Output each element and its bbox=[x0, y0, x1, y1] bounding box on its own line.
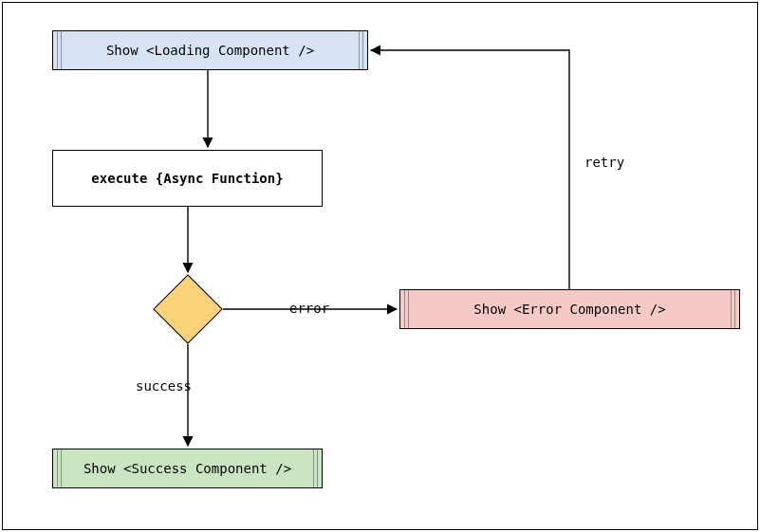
edge-label-retry: retry bbox=[583, 155, 626, 170]
success-node-label: Show <Success Component /> bbox=[83, 461, 291, 476]
execute-node-label: execute {Async Function} bbox=[91, 171, 283, 186]
loading-node-label: Show <Loading Component /> bbox=[106, 43, 314, 58]
loading-node: Show <Loading Component /> bbox=[52, 30, 368, 70]
error-node-label: Show <Error Component /> bbox=[473, 302, 665, 317]
edge-label-success: success bbox=[134, 378, 194, 394]
diagram-frame: Show <Loading Component /> execute {Asyn… bbox=[2, 2, 758, 530]
execute-node: execute {Async Function} bbox=[52, 150, 323, 207]
edge-label-error: error bbox=[287, 301, 331, 316]
success-node: Show <Success Component /> bbox=[52, 449, 323, 488]
error-node: Show <Error Component /> bbox=[399, 289, 740, 329]
decision-node bbox=[153, 274, 223, 344]
